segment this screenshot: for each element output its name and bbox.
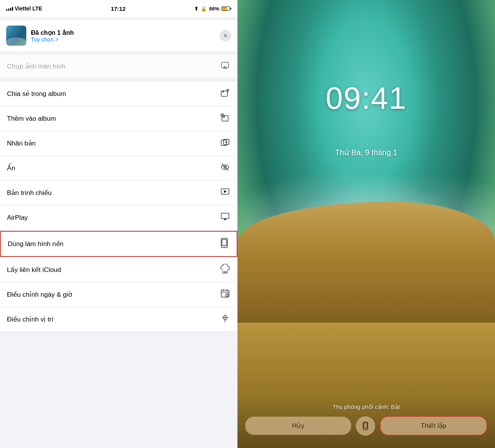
wallpaper-background <box>237 0 495 448</box>
lock-screen-time: 09:41 <box>237 80 495 116</box>
menu-separator <box>0 79 237 82</box>
share-album-icon <box>220 88 230 100</box>
menu-item-airplay[interactable]: AirPlay <box>0 205 237 230</box>
phone-icon <box>361 422 370 430</box>
svg-rect-19 <box>222 239 227 246</box>
menu-item-them-vao-album[interactable]: Thêm vào album <box>0 106 237 131</box>
lock-rotation-icon: 🔒 <box>201 6 207 12</box>
airplay-icon <box>220 212 230 224</box>
header-subtitle[interactable]: Tùy chọn > <box>31 36 74 43</box>
svg-rect-37 <box>364 423 367 428</box>
menu-item-chup-anh[interactable]: Chụp ảnh màn hình <box>0 54 237 79</box>
setup-button[interactable]: Thiết lập <box>380 416 487 436</box>
svg-marker-15 <box>224 190 227 193</box>
menu-item-nhan-ban[interactable]: Nhân bản <box>0 131 237 156</box>
cancel-button[interactable]: Hủy <box>245 417 351 435</box>
menu-item-dung-lam-hinh-nen[interactable]: Dùng làm hình nền <box>0 231 237 257</box>
menu-item-an[interactable]: Ẩn <box>0 156 237 181</box>
menu-item-dieu-chinh-vi-tri[interactable]: Điều chỉnh vị trí <box>0 307 237 332</box>
battery-icon <box>222 7 231 11</box>
location-icon: ⬆ <box>194 6 198 12</box>
perspective-text: Thu phóng phối cảnh: Bật <box>245 404 487 410</box>
carrier-label: Viettel <box>15 5 31 12</box>
adjust-location-icon <box>220 313 230 325</box>
duplicate-icon <box>220 137 230 149</box>
svg-point-38 <box>365 428 366 429</box>
right-panel: 09:41 Thứ Ba, 9 tháng 1 Thu phóng phối c… <box>237 0 495 448</box>
photo-thumbnail <box>6 26 26 46</box>
status-bar: Viettel LTE 17:12 ⬆ 🔒 66% <box>0 0 237 17</box>
icloud-link-icon <box>220 264 230 276</box>
close-button[interactable]: × <box>220 30 231 41</box>
header-title: Đã chọn 1 ảnh <box>31 29 74 36</box>
menu-item-chia-se-album[interactable]: Chia sẻ trong album <box>0 82 237 106</box>
adjust-date-icon <box>220 289 230 301</box>
svg-point-20 <box>224 246 225 247</box>
status-bar-left: Viettel LTE <box>6 5 42 12</box>
svg-point-29 <box>227 295 227 296</box>
bottom-buttons: Hủy Thiết lập <box>245 416 487 436</box>
svg-rect-1 <box>221 91 227 96</box>
bottom-controls: Thu phóng phối cảnh: Bật Hủy Thiết lập <box>237 397 495 448</box>
lock-screen-date: Thứ Ba, 9 tháng 1 <box>237 148 495 157</box>
screenshot-icon <box>220 61 230 72</box>
battery-percent: 66% <box>209 6 219 12</box>
svg-point-2 <box>222 91 224 92</box>
hide-icon <box>220 162 230 174</box>
left-panel: Viettel LTE 17:12 ⬆ 🔒 66% Đã chọn 1 ả <box>0 0 237 448</box>
header-card: Đã chọn 1 ảnh Tùy chọn > × <box>0 20 237 51</box>
add-album-icon <box>220 113 230 125</box>
svg-rect-16 <box>221 213 229 219</box>
wallpaper-icon <box>219 238 230 250</box>
middle-button[interactable] <box>356 416 375 436</box>
svg-point-31 <box>224 317 226 318</box>
menu-item-lay-lien-ket-icloud[interactable]: Lấy liên kết iCloud <box>0 258 237 282</box>
slideshow-icon <box>220 187 230 199</box>
status-time: 17:12 <box>111 5 125 12</box>
menu-item-dieu-chinh-ngay-gio[interactable]: Điều chỉnh ngày & giờ <box>0 282 237 307</box>
beach-layer <box>237 202 495 336</box>
signal-icon <box>6 6 13 11</box>
menu-item-ban-trinh-chieu[interactable]: Bản trình chiếu <box>0 181 237 205</box>
network-label: LTE <box>32 5 42 12</box>
menu-list: Chụp ảnh màn hình Chia sẻ trong album <box>0 54 237 448</box>
status-bar-right: ⬆ 🔒 66% <box>194 6 231 12</box>
